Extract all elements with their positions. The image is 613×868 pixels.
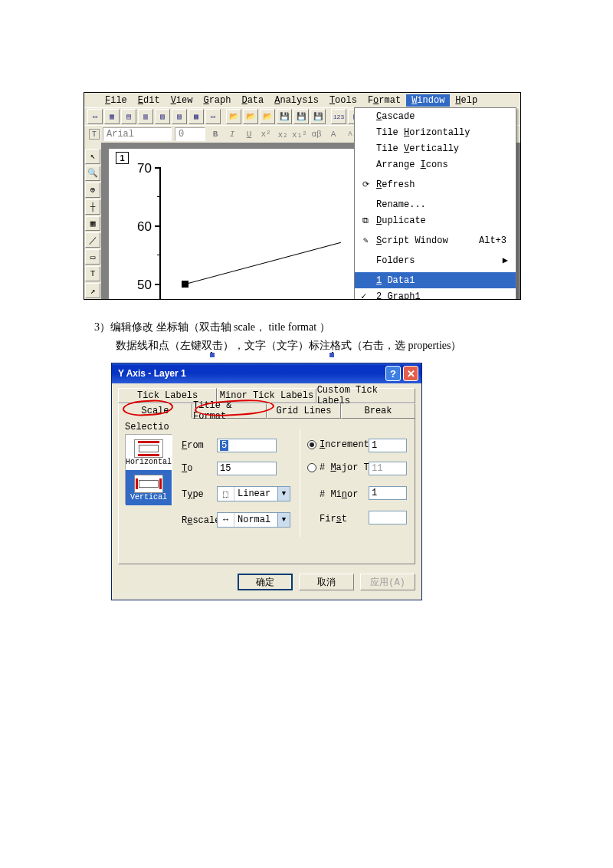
toolbar-button[interactable]: ▥ [138,109,153,124]
tab-scale[interactable]: Scale [118,403,192,419]
subscript-button[interactable]: x₂ [276,127,290,141]
font-family-select[interactable]: Arial [103,127,172,141]
type-select[interactable]: ⬚ Linear ▼ [217,486,290,501]
greek-button[interactable]: αβ [310,127,323,141]
dialog-button-bar: 确定 取消 应用(A) [112,570,415,593]
subsuper-button[interactable]: x₁² [293,127,306,141]
to-label: To [182,463,192,474]
menu-item-duplicate[interactable]: ⧉Duplicate [355,212,516,229]
bold-button[interactable]: B [208,127,222,141]
menu-format[interactable]: Format [362,94,406,107]
text-tool-icon[interactable]: T [85,266,100,281]
majortic-input: 11 [369,462,407,475]
data-tool-icon[interactable]: ┼ [85,199,100,215]
menu-data[interactable]: Data [236,94,269,107]
italic-button[interactable]: I [225,127,239,141]
type-label: Type [182,489,204,500]
underline-button[interactable]: U [242,127,256,141]
font-inc-button[interactable]: A [326,127,340,141]
menu-item-cascade[interactable]: Cascade [355,108,516,124]
pointer-tool-icon[interactable]: ↖ [85,149,100,164]
linear-icon: ⬚ [218,487,234,501]
help-button[interactable]: ? [385,366,401,381]
y-axis-dialog: Y Axis - Layer 1 ? ✕ Tick Labels Minor T… [111,363,422,600]
menu-item-window-2[interactable]: ✓2 Graph1 [355,288,516,300]
open-icon[interactable]: 📂 [226,109,241,124]
toolbar-button[interactable]: 123 [331,109,346,124]
duplicate-icon: ⧉ [359,215,372,227]
toolbar-button[interactable]: ▨ [172,109,187,124]
reader-tool-icon[interactable]: ⊕ [85,182,100,198]
menu-item-arrange-icons[interactable]: Arrange Icons [355,156,516,173]
axis-item-vertical[interactable]: Vertical [126,470,172,505]
data-line[interactable] [185,242,341,284]
select-tool-icon[interactable]: ▭ [85,249,100,265]
first-input[interactable] [369,511,407,524]
from-label: From [182,440,204,451]
from-input[interactable]: 5 [217,439,277,452]
caption-text: 3）编辑修改 坐标轴（双击轴 scale， title format ） 数据线… [94,318,461,355]
menu-item-script-window[interactable]: ✎Script WindowAlt+3 [355,232,516,248]
open-icon[interactable]: 📂 [260,109,275,124]
menu-item-tile-vertically[interactable]: Tile Vertically [355,140,516,156]
toolbar-button[interactable]: ▭ [205,109,221,124]
font-size-select[interactable]: 0 [175,127,205,141]
close-button[interactable]: ✕ [403,366,418,381]
menu-graph[interactable]: Graph [198,94,236,107]
tab-grid-lines[interactable]: Grid Lines [267,403,341,419]
menu-tools[interactable]: Tools [324,94,362,107]
superscript-button[interactable]: x² [259,127,273,141]
save-icon[interactable]: 💾 [293,109,309,124]
menu-item-window-1[interactable]: 1 Data1 [355,272,516,288]
cancel-button[interactable]: 取消 [299,574,354,590]
tab-title-format[interactable]: Title & Format [192,403,267,419]
arrow-tool-icon[interactable]: ↗ [85,283,100,298]
axis-item-horizontal[interactable]: Horizontal [126,435,172,470]
zoom-tool-icon[interactable]: 🔍 [85,166,100,181]
menu-help[interactable]: Help [450,94,483,107]
toolbar-button[interactable]: ▦ [104,109,120,124]
menu-window[interactable]: Window [406,94,450,107]
draw-tool-icon[interactable]: ／ [85,232,100,248]
graph-window[interactable]: 1 70 60 50 [109,149,354,300]
text-tool-icon: T [89,129,100,140]
divider [300,429,300,537]
menu-view[interactable]: View [166,94,198,107]
y-minor-tick [157,196,159,197]
y-tick [155,284,159,285]
menu-item-refresh[interactable]: ⟳Refresh [355,176,516,192]
axis-selection-list[interactable]: Horizontal Vertical [125,434,172,505]
menu-file[interactable]: File [100,94,133,107]
selection-label: Selectio [125,422,169,432]
tools-toolbar: ↖ 🔍 ⊕ ┼ ▦ ／ ▭ T ↗ [84,148,101,299]
minor-label: # Minor [320,489,358,500]
save-icon[interactable]: 💾 [310,109,326,124]
dialog-titlebar[interactable]: Y Axis - Layer 1 ? ✕ [112,363,421,383]
tab-strip: Tick Labels Minor Tick Labels Custom Tic… [112,383,421,419]
toolbar-button[interactable]: ▧ [155,109,170,124]
to-input[interactable]: 15 [217,462,277,475]
accelerator-label: Alt+3 [479,235,516,246]
menu-item-rename[interactable]: Rename... [355,196,516,212]
mask-tool-icon[interactable]: ▦ [85,216,100,232]
menu-edit[interactable]: Edit [133,94,166,107]
y-tick-label: 60 [124,219,152,235]
y-axis[interactable] [159,167,161,300]
menu-item-folders[interactable]: Folders▶ [355,252,516,268]
toolbar-button[interactable]: ▤ [121,109,136,124]
tab-custom-tick-labels[interactable]: Custom Tick Labels [316,388,415,403]
minor-input[interactable]: 1 [369,486,407,500]
save-icon[interactable]: 💾 [277,109,292,124]
tab-break[interactable]: Break [341,403,415,419]
toolbar-button[interactable]: ▭ [87,109,103,124]
ok-button[interactable]: 确定 [238,574,293,590]
rescale-label: Rescale [182,515,220,526]
open-icon[interactable]: 📂 [243,109,258,124]
toolbar-button[interactable]: ▩ [188,109,204,124]
rescale-select[interactable]: ↔ Normal ▼ [217,512,290,528]
menu-analysis[interactable]: Analysis [269,94,324,107]
check-icon: ✓ [361,291,366,300]
increment-radio[interactable]: Increment [307,439,369,450]
menu-item-tile-horizontally[interactable]: Tile Horizontally [355,124,516,140]
increment-input[interactable]: 1 [369,439,407,452]
